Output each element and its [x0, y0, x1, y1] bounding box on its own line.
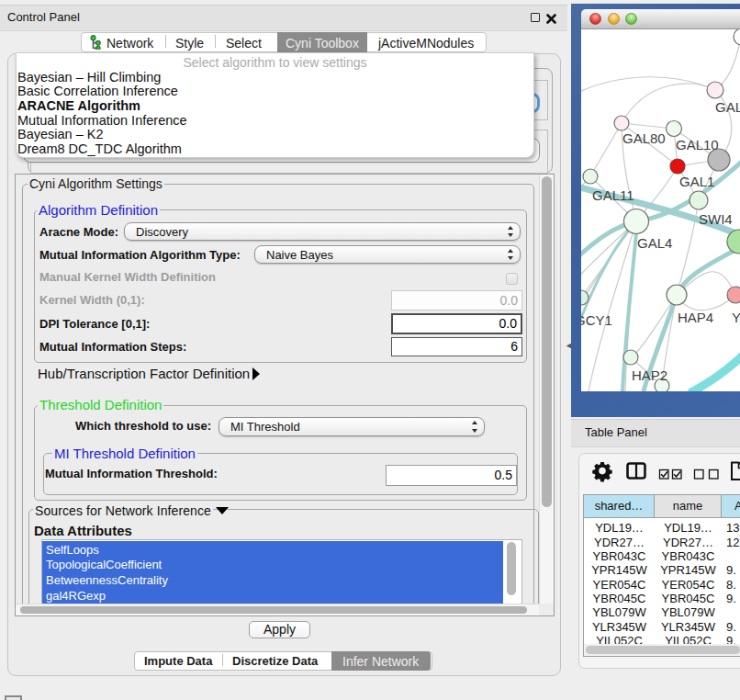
svg-text:HAP2: HAP2	[632, 367, 667, 383]
svg-text:GAL4: GAL4	[637, 235, 672, 251]
svg-text:HAP4: HAP4	[678, 310, 713, 325]
svg-text:GCY1: GCY1	[581, 312, 612, 328]
svg-text:GAL80: GAL80	[622, 130, 666, 146]
svg-text:GAL1: GAL1	[679, 174, 714, 189]
svg-text:Y: Y	[732, 310, 740, 325]
svg-text:GAL11: GAL11	[592, 187, 634, 203]
svg-text:GAL7: GAL7	[715, 99, 740, 115]
svg-text:SWI4: SWI4	[699, 211, 733, 227]
svg-text:GAL10: GAL10	[676, 137, 719, 152]
